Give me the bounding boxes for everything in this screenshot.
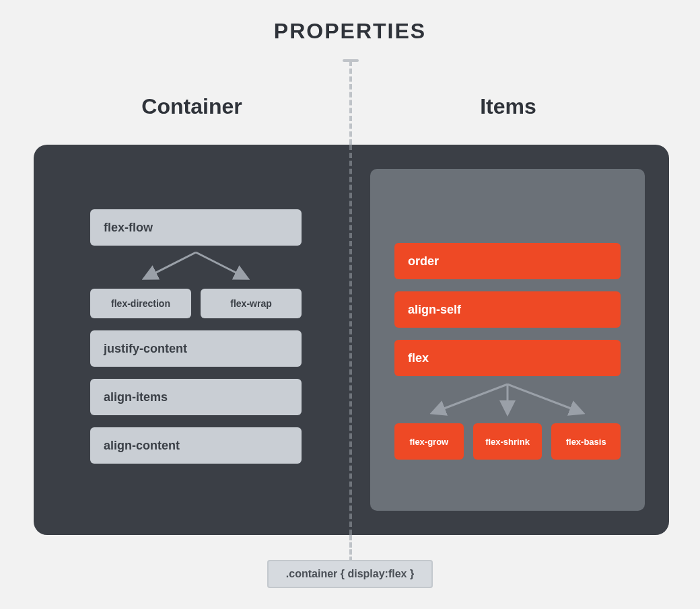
column-headers: Container Items: [34, 94, 666, 119]
items-column: order align-self flex flex-grow flex-shr…: [370, 169, 645, 511]
prop-align-items: align-items: [90, 379, 302, 415]
prop-flex-basis: flex-basis: [551, 423, 621, 460]
prop-align-content: align-content: [90, 427, 302, 464]
prop-justify-content: justify-content: [90, 330, 302, 367]
prop-align-self: align-self: [394, 291, 621, 328]
caption-text: .container { display:flex }: [267, 560, 433, 588]
svg-line-4: [508, 384, 582, 413]
container-column: flex-flow flex-direction flex-wrap justi…: [90, 209, 302, 476]
prop-flex: flex: [394, 340, 621, 376]
prop-flex-flow: flex-flow: [90, 209, 302, 246]
prop-flex-wrap: flex-wrap: [201, 289, 302, 318]
arrows-items: [394, 383, 621, 417]
prop-order: order: [394, 243, 621, 279]
caption-box: .container { display:flex }: [0, 560, 700, 588]
prop-flex-direction: flex-direction: [90, 289, 191, 318]
svg-line-0: [145, 252, 196, 278]
page-title: PROPERTIES: [0, 19, 700, 44]
prop-flex-shrink: flex-shrink: [473, 423, 542, 460]
arrows-container: [90, 251, 302, 282]
main-panel: flex-flow flex-direction flex-wrap justi…: [34, 145, 669, 535]
prop-flex-grow: flex-grow: [394, 423, 464, 460]
svg-line-1: [196, 252, 246, 278]
header-items: Items: [350, 94, 666, 119]
divider-panel: [349, 145, 352, 535]
svg-line-2: [433, 384, 508, 413]
header-container: Container: [34, 94, 350, 119]
divider-bottom: [349, 535, 352, 562]
